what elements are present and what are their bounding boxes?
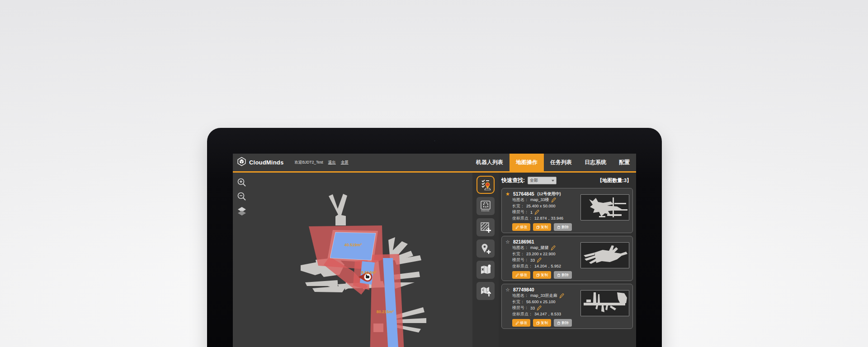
map-list-panel: 快速查找: 全部 【地图数量:3】 ★ 51764845 (12号使用中) — [499, 173, 636, 347]
map-floor-value: 33 — [530, 306, 535, 310]
main-nav-tabs: 机器人列表 地图操作 任务列表 日志系统 配置 — [470, 154, 636, 171]
modify-button[interactable]: 修改 — [512, 319, 530, 327]
map-toolbar — [472, 173, 499, 347]
map-size-value: 25.400 x 50.000 — [526, 204, 556, 208]
delete-button[interactable]: 删除 — [554, 271, 572, 279]
edit-name-icon[interactable] — [551, 245, 556, 250]
map-id: 82186961 — [513, 239, 534, 244]
map-floor-value: 1 — [530, 210, 533, 215]
area-label-2: 8.614m² — [361, 270, 377, 275]
map-frame-icon — [479, 200, 492, 212]
delete-button[interactable]: 删除 — [554, 319, 572, 327]
map-card-3[interactable]: ☆ 87749840 地图名：map_33层走廊 长宽：56.600 x 25.… — [501, 284, 633, 329]
zoom-out-icon — [237, 192, 247, 202]
star-outline-icon[interactable]: ☆ — [505, 239, 510, 244]
map-origin-value: 34.247，8.533 — [534, 311, 561, 317]
map-size-value: 56.600 x 25.100 — [526, 300, 556, 304]
modify-button[interactable]: 修改 — [512, 271, 530, 279]
tab-task-list[interactable]: 任务列表 — [544, 154, 578, 171]
tool-map-frame-measure[interactable] — [476, 197, 495, 215]
map-id: 87749840 — [513, 287, 534, 292]
trash-icon — [557, 273, 561, 277]
brand-name: CloudMinds — [249, 159, 283, 166]
pin-add-icon — [479, 242, 492, 255]
star-outline-icon[interactable]: ☆ — [505, 287, 510, 292]
map-thumbnail-1 — [580, 194, 629, 220]
edit-name-icon[interactable] — [559, 293, 564, 298]
slam-map-canvas: 40.519m² 8.614m² 80.215m² — [233, 173, 472, 347]
copy-button[interactable]: 复制 — [533, 271, 551, 279]
zoom-out-button[interactable] — [236, 191, 247, 202]
field-label-size: 长宽： — [512, 203, 524, 209]
tab-robot-list[interactable]: 机器人列表 — [470, 154, 509, 171]
copy-icon — [536, 321, 540, 325]
pencil-icon — [515, 273, 519, 277]
tab-log-system[interactable]: 日志系统 — [578, 154, 613, 171]
page-background: CloudMinds 欢迎BJDT2_Test 退出 全屏 机器人列表 地图操作… — [0, 0, 868, 347]
map-card-1[interactable]: ★ 51764845 (12号使用中) 地图名：map_33楼 长宽：25.40… — [501, 188, 633, 233]
task-point-list-icon — [479, 178, 492, 192]
field-label-name: 地图名： — [512, 293, 528, 299]
laptop-mockup: CloudMinds 欢迎BJDT2_Test 退出 全屏 机器人列表 地图操作… — [207, 128, 662, 347]
area-label-3: 80.215m² — [377, 309, 394, 314]
star-filled-icon[interactable]: ★ — [505, 192, 510, 197]
map-count-text: 【地图数量:3】 — [597, 177, 632, 184]
tool-task-point-list[interactable] — [476, 176, 495, 194]
field-label-origin: 坐标原点： — [512, 216, 533, 221]
tool-delete-map[interactable] — [476, 261, 495, 279]
trash-icon — [557, 225, 561, 229]
map-name-value: map_33楼 — [530, 197, 549, 203]
map-id: 51764845 — [513, 191, 534, 197]
edit-name-icon[interactable] — [551, 197, 556, 202]
edit-floor-icon[interactable] — [537, 305, 542, 310]
welcome-text: 欢迎BJDT2_Test — [294, 160, 323, 165]
map-thumbnail-2 — [580, 242, 629, 268]
copy-button[interactable]: 复制 — [533, 223, 551, 231]
copy-icon — [536, 273, 540, 277]
trash-icon — [557, 321, 561, 325]
area-label-1: 40.519m² — [344, 243, 362, 247]
copy-icon — [536, 225, 540, 229]
filter-select[interactable]: 全部 — [528, 177, 557, 184]
modify-button[interactable]: 修改 — [512, 223, 530, 231]
tool-add-location-point[interactable] — [476, 239, 495, 258]
quick-search-label: 快速查找: — [501, 177, 525, 184]
map-delete-icon — [479, 263, 492, 276]
pencil-icon — [515, 321, 519, 325]
logout-link[interactable]: 退出 — [328, 160, 336, 165]
map-size-value: 23.200 x 22.900 — [526, 252, 556, 256]
delete-button[interactable]: 删除 — [554, 223, 572, 231]
field-label-floor: 楼层号： — [512, 305, 528, 311]
zoom-in-button[interactable] — [236, 177, 247, 188]
field-label-name: 地图名： — [512, 197, 528, 203]
map-viewport[interactable]: 40.519m² 8.614m² 80.215m² — [233, 173, 472, 347]
fullscreen-link[interactable]: 全屏 — [341, 160, 349, 165]
map-origin-value: 12.874，33.946 — [534, 216, 563, 221]
map-in-use-note: (12号使用中) — [538, 191, 561, 197]
field-label-size: 长宽： — [512, 299, 524, 305]
map-upload-icon — [479, 285, 492, 297]
layers-button[interactable] — [236, 205, 247, 216]
field-label-floor: 楼层号： — [512, 257, 528, 263]
map-card-2[interactable]: ☆ 82186961 地图名：map_腿腿 长宽：23.200 x 22.900… — [501, 236, 633, 281]
top-navbar: CloudMinds 欢迎BJDT2_Test 退出 全屏 机器人列表 地图操作… — [233, 154, 636, 173]
copy-button[interactable]: 复制 — [533, 319, 551, 327]
field-label-size: 长宽： — [512, 251, 524, 257]
edit-floor-icon[interactable] — [534, 210, 539, 215]
tab-settings[interactable]: 配置 — [613, 154, 636, 171]
map-name-value: map_腿腿 — [530, 245, 549, 251]
field-label-origin: 坐标原点： — [512, 263, 533, 269]
filter-selected-value: 全部 — [530, 178, 552, 183]
pencil-icon — [515, 225, 519, 229]
layers-icon — [237, 206, 247, 216]
edit-floor-icon[interactable] — [537, 258, 542, 263]
map-name-value: map_33层走廊 — [530, 293, 557, 299]
tool-upload-map[interactable] — [476, 282, 495, 300]
tab-map-operation[interactable]: 地图操作 — [509, 154, 544, 171]
chevron-down-icon — [552, 180, 554, 182]
field-label-floor: 楼层号： — [512, 209, 528, 215]
zoom-in-icon — [237, 178, 247, 188]
field-label-origin: 坐标原点： — [512, 311, 533, 317]
tool-add-restricted-area[interactable] — [476, 218, 495, 236]
map-floor-value: 33 — [530, 258, 535, 263]
